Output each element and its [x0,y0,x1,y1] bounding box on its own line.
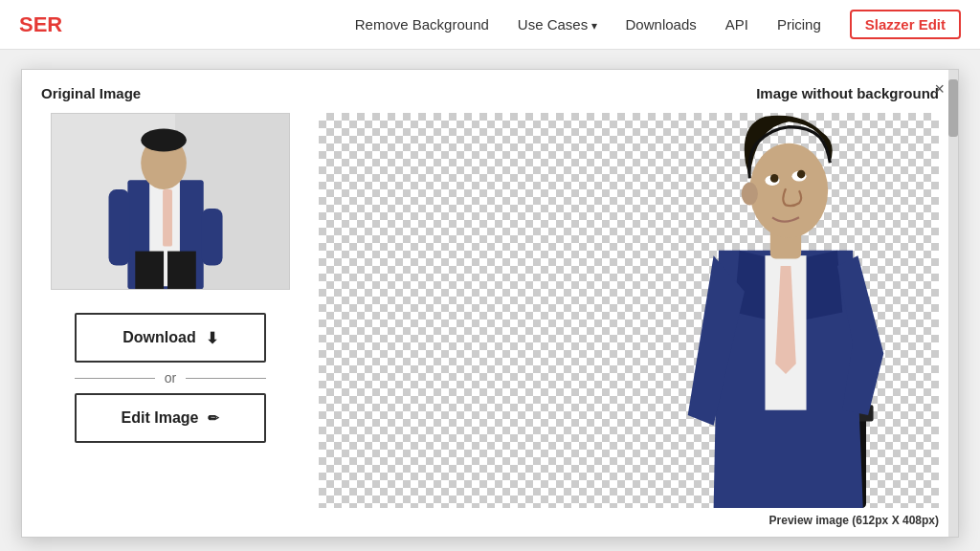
nav-use-cases[interactable]: Use Cases [518,16,597,33]
download-icon [206,329,218,347]
action-buttons: Download or Edit Image [41,313,300,443]
nav-pricing[interactable]: Pricing [777,16,821,33]
svg-rect-7 [109,189,130,265]
main-content: × Original Image [0,50,980,551]
close-button[interactable]: × [934,79,945,99]
download-button[interactable]: Download [75,313,266,363]
result-image-title: Image without background [319,85,939,101]
svg-rect-8 [202,209,223,266]
edit-icon [208,409,219,427]
download-label: Download [122,329,195,346]
original-image-preview [51,113,290,290]
svg-point-22 [797,170,806,179]
edit-image-button[interactable]: Edit Image [75,393,266,443]
nav: Remove Background Use Cases Downloads AP… [355,10,961,39]
scrollbar-thumb[interactable] [948,79,958,137]
original-image-title: Original Image [41,85,141,101]
logo: SER [19,12,62,37]
or-divider: or [75,370,266,386]
svg-point-21 [770,174,779,183]
nav-downloads[interactable]: Downloads [626,16,697,33]
or-text: or [165,370,176,386]
svg-rect-10 [167,252,196,290]
svg-point-18 [742,183,758,206]
left-panel: Original Image [41,85,300,527]
nav-remove-background[interactable]: Remove Background [355,16,489,33]
right-panel: Image without background [319,85,939,527]
modal-body: Original Image [22,70,958,537]
modal-scrollbar[interactable] [948,70,958,537]
preview-info: Preview image (612px X 408px) [319,514,939,527]
nav-slazzer-edit[interactable]: Slazzer Edit [850,10,961,39]
header: SER Remove Background Use Cases Download… [0,0,980,50]
transparent-background [319,113,939,508]
svg-point-6 [141,129,187,152]
svg-point-17 [749,143,828,238]
preview-container [319,113,939,508]
svg-rect-9 [135,252,164,290]
edit-label: Edit Image [122,409,199,427]
svg-rect-4 [163,189,172,247]
nav-api[interactable]: API [725,16,748,33]
result-modal: × Original Image [21,69,959,538]
